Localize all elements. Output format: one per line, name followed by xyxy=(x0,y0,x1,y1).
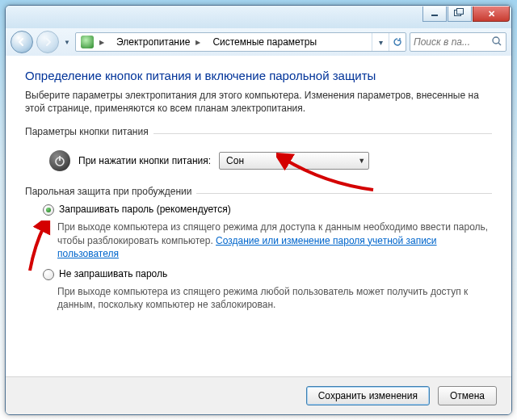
radio-require-password[interactable] xyxy=(43,204,54,216)
svg-line-1 xyxy=(498,43,501,45)
group-label-text: Параметры кнопки питания xyxy=(25,126,153,137)
minimize-button[interactable] xyxy=(422,6,447,22)
radio-require-password-desc: При выходе компьютера из спящего режима … xyxy=(57,220,492,260)
chevron-right-icon: ▶ xyxy=(97,39,107,46)
restore-button[interactable] xyxy=(448,6,472,22)
power-button-label: При нажатии кнопки питания: xyxy=(78,155,211,166)
breadcrumb-label: Системные параметры xyxy=(212,36,317,48)
control-panel-icon xyxy=(81,36,94,48)
power-button-row: При нажатии кнопки питания: Сон ▼ xyxy=(49,150,492,171)
navigation-bar: ▼ ▶ Электропитание ▶ Системные параметры… xyxy=(6,28,511,57)
breadcrumb-system-settings[interactable]: Системные параметры xyxy=(208,33,322,51)
footer-bar: Сохранить изменения Отмена xyxy=(6,376,511,414)
address-bar[interactable]: ▶ Электропитание ▶ Системные параметры ▾ xyxy=(75,32,406,52)
page-title: Определение кнопок питания и включение п… xyxy=(25,69,492,82)
search-input[interactable]: Поиск в па... xyxy=(410,32,506,52)
group-password-protection: Парольная защита при пробуждении xyxy=(25,186,492,197)
svg-point-0 xyxy=(493,37,499,44)
combo-value: Сон xyxy=(226,155,244,166)
radio-no-password-block: Не запрашивать пароль xyxy=(43,268,492,280)
breadcrumb-label: Электропитание xyxy=(116,36,190,48)
group-label-text: Парольная защита при пробуждении xyxy=(25,186,196,197)
page-intro: Выберите параметры электропитания для эт… xyxy=(25,89,492,115)
nav-forward-button[interactable] xyxy=(36,31,59,53)
breadcrumb-power-options[interactable]: Электропитание ▶ xyxy=(111,33,208,51)
control-panel-window: ▼ ▶ Электропитание ▶ Системные параметры… xyxy=(5,5,512,415)
power-icon xyxy=(49,150,70,171)
close-button[interactable] xyxy=(473,6,510,22)
address-dropdown-button[interactable]: ▾ xyxy=(372,33,389,51)
nav-history-dropdown[interactable]: ▼ xyxy=(62,32,72,52)
radio-no-password[interactable] xyxy=(43,269,54,280)
window-titlebar xyxy=(6,6,511,28)
chevron-down-icon: ▼ xyxy=(358,157,365,165)
save-changes-button[interactable]: Сохранить изменения xyxy=(306,386,430,405)
cancel-button[interactable]: Отмена xyxy=(438,386,497,405)
search-placeholder: Поиск в па... xyxy=(414,36,470,48)
search-icon xyxy=(491,36,502,47)
nav-back-button[interactable] xyxy=(11,31,33,53)
chevron-right-icon: ▶ xyxy=(193,39,203,46)
group-power-button-settings: Параметры кнопки питания xyxy=(25,126,492,137)
power-button-action-combo[interactable]: Сон ▼ xyxy=(219,152,369,170)
refresh-button[interactable] xyxy=(389,33,406,51)
content-area: Определение кнопок питания и включение п… xyxy=(6,56,511,377)
radio-label: Запрашивать пароль (рекомендуется) xyxy=(59,204,231,215)
radio-require-password-block: Запрашивать пароль (рекомендуется) xyxy=(43,204,492,216)
breadcrumb-root[interactable]: ▶ xyxy=(76,33,111,51)
radio-no-password-desc: При выходе компьютера из спящего режима … xyxy=(57,285,492,311)
radio-label: Не запрашивать пароль xyxy=(59,268,167,279)
